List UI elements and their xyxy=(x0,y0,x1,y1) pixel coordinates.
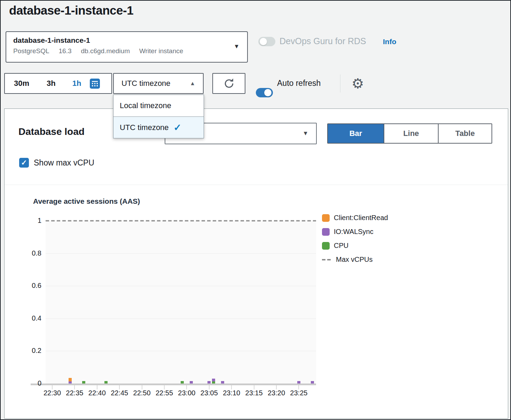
max-vcpus-line xyxy=(46,220,316,221)
devops-guru-info-link[interactable]: Info xyxy=(383,38,396,46)
x-axis-label: 22:30 xyxy=(41,389,64,397)
legend-color-swatch xyxy=(322,242,330,250)
menu-item-label: UTC timezone xyxy=(120,123,169,132)
legend-item-io-walsync[interactable]: IO:WALSync xyxy=(322,227,388,236)
chevron-down-icon xyxy=(234,43,239,50)
chart-legend: Client:ClientReadIO:WALSyncCPUMax vCPUs xyxy=(322,213,388,264)
legend-item-client-clientread[interactable]: Client:ClientRead xyxy=(322,213,388,222)
range-option-1h[interactable]: 1h xyxy=(72,79,81,88)
x-axis-label: 22:55 xyxy=(153,389,176,397)
timezone-menu: Local timezone UTC timezone xyxy=(113,95,204,138)
legend-label: Max vCPUs xyxy=(336,256,373,264)
toggle-knob xyxy=(264,89,272,96)
instance-engine: PostgreSQL xyxy=(13,47,49,55)
x-axis-label: 23:20 xyxy=(265,389,288,397)
legend-label: CPU xyxy=(334,242,348,250)
x-axis-label: 23:00 xyxy=(175,389,198,397)
x-axis-label: 22:35 xyxy=(63,389,86,397)
toolbar-divider xyxy=(340,74,340,92)
calendar-icon[interactable] xyxy=(89,78,100,89)
menu-item-local-timezone[interactable]: Local timezone xyxy=(113,95,204,116)
view-segmented-control: Bar Line Table xyxy=(327,123,492,144)
devops-guru-toggle[interactable] xyxy=(258,37,275,46)
y-axis-label: 0.6 xyxy=(20,282,41,290)
x-axis-label: 22:50 xyxy=(131,389,154,397)
x-axis-label: 23:05 xyxy=(198,389,221,397)
legend-item-max-vcpus[interactable]: Max vCPUs xyxy=(322,255,388,264)
x-axis-tick xyxy=(276,385,277,389)
x-axis-label: 23:10 xyxy=(220,389,243,397)
timezone-button-label: UTC timezone xyxy=(121,79,171,88)
instance-role: Writer instance xyxy=(139,47,183,55)
aas-bar-chart xyxy=(46,221,316,383)
devops-guru-label: DevOps Guru for RDS xyxy=(280,36,366,46)
bar-23:06 xyxy=(212,379,215,383)
chevron-down-icon xyxy=(302,130,308,137)
x-axis-label: 23:25 xyxy=(287,389,310,397)
instance-meta: PostgreSQL 16.3 db.c6gd.medium Writer in… xyxy=(13,47,240,55)
toggle-knob xyxy=(260,38,267,45)
bar-segment-client-clientread xyxy=(69,378,72,381)
time-range-box: 30m 3h 1h xyxy=(4,73,112,94)
x-axis-tick xyxy=(254,385,254,389)
x-axis-tick xyxy=(119,385,120,389)
instance-name: database-1-instance-1 xyxy=(13,36,240,45)
tab-line-view[interactable]: Line xyxy=(384,124,438,143)
chart-title: Average active sessions (AAS) xyxy=(33,197,140,205)
gridline xyxy=(46,351,316,351)
legend-label: IO:WALSync xyxy=(334,228,374,236)
caret-up-icon xyxy=(190,80,195,87)
x-axis-tick xyxy=(186,385,187,389)
x-axis-tick xyxy=(74,385,75,389)
check-icon xyxy=(174,122,182,133)
tab-table-view[interactable]: Table xyxy=(438,124,492,143)
gridline xyxy=(46,253,316,254)
legend-label: Client:ClientRead xyxy=(334,214,388,222)
gridline xyxy=(46,318,316,319)
x-axis-line xyxy=(31,383,316,385)
menu-item-label: Local timezone xyxy=(120,101,171,110)
y-axis-label: 1 xyxy=(20,217,41,225)
instance-class: db.c6gd.medium xyxy=(81,47,129,55)
range-option-3h[interactable]: 3h xyxy=(47,79,56,88)
gear-icon[interactable] xyxy=(350,74,365,93)
x-axis-label: 23:15 xyxy=(243,389,266,397)
timezone-dropdown-button[interactable]: UTC timezone xyxy=(113,73,204,94)
x-axis-tick xyxy=(97,385,97,389)
x-axis-tick xyxy=(142,385,142,389)
refresh-button[interactable] xyxy=(212,73,245,94)
refresh-icon xyxy=(223,78,235,89)
x-axis-tick xyxy=(231,385,232,389)
x-axis-label: 22:40 xyxy=(86,389,109,397)
instance-selector[interactable]: database-1-instance-1 PostgreSQL 16.3 db… xyxy=(6,31,248,63)
legend-color-swatch xyxy=(322,214,330,222)
database-load-panel: Database load Bar Line Table Show max vC… xyxy=(4,108,508,419)
y-axis-label: 0.8 xyxy=(20,249,41,257)
legend-item-cpu[interactable]: CPU xyxy=(322,241,388,250)
instance-version: 16.3 xyxy=(59,47,72,55)
panel-divider xyxy=(5,185,508,185)
range-option-30m[interactable]: 30m xyxy=(14,79,29,88)
legend-color-swatch xyxy=(322,228,330,236)
tab-bar-view[interactable]: Bar xyxy=(328,124,384,143)
x-axis-label: 22:45 xyxy=(108,389,131,397)
auto-refresh-toggle[interactable] xyxy=(256,88,273,97)
bar-22:34 xyxy=(69,378,72,383)
x-axis-tick xyxy=(298,385,299,389)
y-axis-label: 0.2 xyxy=(20,347,41,355)
x-axis-tick xyxy=(164,385,165,389)
show-max-vcpu-checkbox[interactable] xyxy=(19,158,29,168)
auto-refresh-label: Auto refresh xyxy=(277,79,321,88)
menu-item-utc-timezone[interactable]: UTC timezone xyxy=(113,116,204,138)
dashed-line-swatch xyxy=(322,259,332,260)
gridline xyxy=(46,286,316,286)
database-load-heading: Database load xyxy=(18,126,85,137)
x-axis-tick xyxy=(52,385,53,389)
bar-segment-io-walsync xyxy=(212,379,215,381)
x-axis-tick xyxy=(209,385,210,389)
page-title: database-1-instance-1 xyxy=(9,3,133,17)
y-axis-label: 0.4 xyxy=(20,314,41,322)
show-max-vcpu-label: Show max vCPU xyxy=(34,158,94,168)
